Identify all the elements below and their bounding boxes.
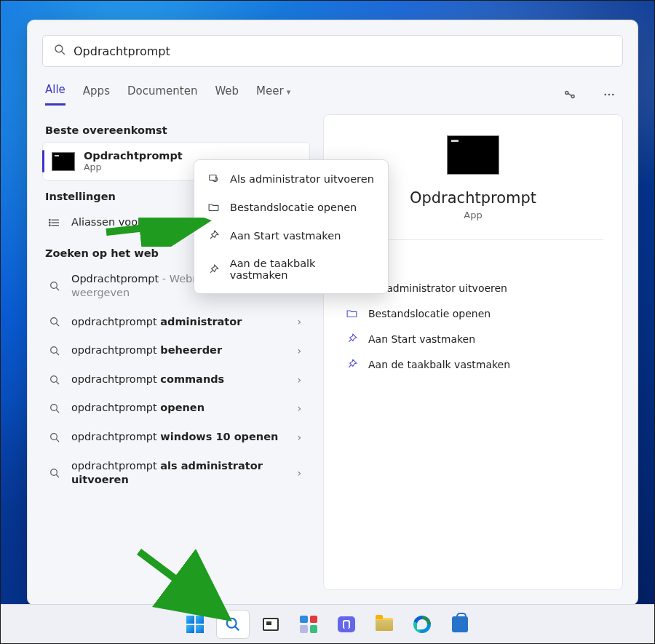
search-icon: [47, 402, 63, 414]
pin-icon: [207, 263, 220, 276]
ctx-run-admin[interactable]: Als administrator uitvoeren: [199, 164, 384, 193]
ctx-pin-taskbar[interactable]: Aan de taakbalk vastmaken: [199, 250, 384, 289]
taskbar-widgets-button[interactable]: [292, 610, 325, 639]
svg-point-21: [51, 405, 57, 411]
web-suggestion-label: opdrachtprompt windows 10 openen: [71, 430, 284, 445]
svg-line-32: [235, 626, 239, 630]
pin-icon: [346, 358, 358, 370]
search-icon: [47, 467, 63, 479]
svg-point-23: [51, 433, 57, 440]
svg-point-25: [51, 469, 57, 476]
search-icon: [47, 280, 63, 292]
preview-action-pin-start[interactable]: Aan Start vastmaken: [343, 326, 603, 351]
tab-web[interactable]: Web: [215, 84, 239, 105]
taskbar-taskview-button[interactable]: [254, 610, 287, 639]
svg-point-10: [49, 219, 51, 220]
context-menu: Als administrator uitvoeren Bestandsloca…: [194, 159, 389, 294]
svg-line-18: [56, 352, 59, 355]
search-icon: [225, 616, 241, 632]
search-filter-tabs: Alle Apps Documenten Web Meer▾: [28, 67, 638, 106]
folder-icon: [376, 618, 393, 631]
windows-logo-icon: [186, 616, 204, 633]
web-suggestion[interactable]: opdrachtprompt windows 10 openen›: [42, 423, 310, 452]
store-icon: [452, 616, 468, 632]
pin-icon: [207, 229, 220, 242]
chevron-right-icon: ›: [293, 467, 306, 479]
web-suggestion[interactable]: opdrachtprompt commands›: [42, 365, 310, 394]
svg-line-1: [62, 52, 65, 55]
edge-icon: [413, 616, 431, 633]
search-icon: [53, 43, 66, 59]
search-icon: [47, 432, 63, 443]
web-suggestion-label: opdrachtprompt commands: [71, 373, 284, 387]
svg-rect-28: [210, 175, 216, 180]
preview-action-open-location[interactable]: Bestandslocatie openen: [343, 301, 603, 326]
taskbar-search-button[interactable]: [216, 610, 250, 639]
svg-point-4: [604, 93, 606, 95]
tab-all[interactable]: Alle: [45, 83, 66, 106]
svg-line-16: [56, 324, 59, 327]
svg-point-12: [49, 225, 51, 226]
connect-devices-icon[interactable]: [559, 84, 581, 106]
pin-icon: [346, 333, 358, 345]
svg-line-14: [56, 287, 59, 290]
cmd-prompt-icon: [52, 152, 75, 171]
tab-apps[interactable]: Apps: [83, 84, 110, 105]
svg-point-6: [612, 93, 614, 95]
preview-title: Opdrachtprompt: [410, 189, 536, 207]
section-best-match: Beste overeenkomst: [45, 124, 307, 136]
best-match-name: Opdrachtprompt: [84, 150, 183, 162]
start-button[interactable]: [178, 610, 212, 639]
search-icon: [47, 345, 63, 357]
svg-point-0: [55, 45, 63, 52]
ctx-open-location[interactable]: Bestandslocatie openen: [199, 193, 384, 221]
web-suggestion-label: opdrachtprompt beheerder: [71, 343, 284, 358]
web-suggestion-label: opdrachtprompt administrator: [71, 315, 284, 330]
taskbar-edge-button[interactable]: [405, 610, 439, 639]
search-box[interactable]: [42, 35, 623, 67]
taskview-icon: [263, 618, 279, 631]
taskbar-explorer-button[interactable]: [368, 610, 401, 639]
web-suggestion-label: opdrachtprompt openen: [71, 401, 284, 416]
taskbar: [1, 604, 654, 643]
chevron-right-icon: ›: [293, 432, 306, 443]
windows-search-panel: Alle Apps Documenten Web Meer▾ Beste ove…: [27, 20, 638, 605]
taskbar-chat-button[interactable]: [330, 610, 363, 639]
web-suggestion[interactable]: opdrachtprompt als administrator uitvoer…: [42, 452, 310, 495]
web-suggestion[interactable]: opdrachtprompt administrator›: [42, 308, 310, 337]
svg-line-24: [56, 439, 59, 442]
svg-point-5: [608, 93, 611, 95]
svg-point-31: [227, 618, 237, 627]
folder-icon: [346, 307, 358, 319]
chevron-right-icon: ›: [293, 345, 306, 357]
svg-line-26: [56, 474, 59, 477]
shield-admin-icon: [207, 172, 220, 185]
svg-point-13: [51, 282, 57, 289]
settings-list-icon: [47, 216, 63, 229]
search-input[interactable]: [74, 44, 612, 58]
svg-point-17: [51, 347, 57, 354]
svg-line-20: [56, 381, 59, 384]
folder-icon: [207, 201, 220, 213]
web-suggestion[interactable]: opdrachtprompt openen›: [42, 394, 310, 423]
web-suggestion[interactable]: opdrachtprompt beheerder›: [42, 336, 310, 365]
taskbar-store-button[interactable]: [443, 610, 477, 639]
chevron-right-icon: ›: [293, 316, 306, 327]
preview-action-pin-taskbar[interactable]: Aan de taakbalk vastmaken: [343, 351, 603, 377]
preview-app-icon: [447, 135, 499, 175]
chevron-right-icon: ›: [293, 402, 306, 414]
preview-subtitle: App: [464, 210, 482, 220]
tab-more[interactable]: Meer▾: [256, 84, 290, 105]
tab-documents[interactable]: Documenten: [127, 84, 197, 105]
search-icon: [47, 316, 63, 327]
chat-icon: [338, 616, 355, 632]
best-match-type: App: [84, 162, 183, 172]
svg-point-11: [49, 222, 51, 223]
ctx-pin-start[interactable]: Aan Start vastmaken: [199, 221, 384, 250]
search-icon: [47, 374, 63, 386]
more-options-icon[interactable]: [598, 84, 620, 106]
svg-point-19: [51, 375, 57, 382]
svg-line-22: [56, 410, 59, 413]
widgets-icon: [300, 616, 317, 633]
chevron-right-icon: ›: [293, 374, 306, 386]
